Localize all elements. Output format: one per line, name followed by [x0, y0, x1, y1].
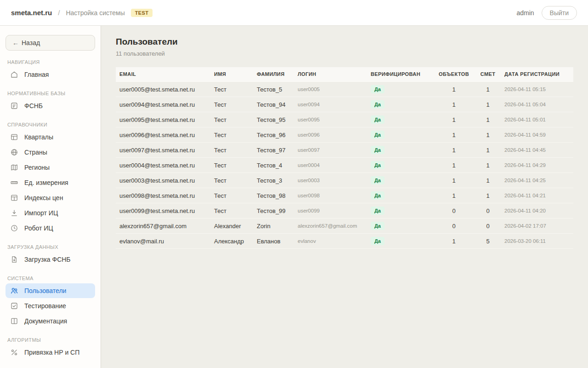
user-menu: admin Выйти	[516, 6, 577, 20]
nav-section-label: СИСТЕМА	[7, 276, 93, 281]
book-icon	[10, 317, 18, 325]
sidebar-item-label: Пользователи	[24, 287, 66, 294]
verified-badge: Да	[371, 146, 384, 154]
column-header-name: ИМЯ	[210, 67, 253, 81]
sidebar-item-ed-izmereniya[interactable]: Ед. измерения	[6, 175, 95, 190]
cell-registered: 2026-04-02 17:07	[501, 218, 573, 234]
sidebar-item-polzovateli[interactable]: Пользователи	[6, 283, 95, 298]
cell-login: user0097	[294, 143, 367, 158]
logout-button[interactable]: Выйти	[542, 6, 577, 20]
sidebar-item-glavnaya[interactable]: Главная	[6, 67, 95, 82]
sidebar-item-label: Робот ИЦ	[24, 224, 53, 232]
cell-login: alexzorin657@gmail.com	[294, 218, 367, 234]
table-row[interactable]: user0003@test.smeta.net.ruТестТестов_3us…	[116, 173, 573, 188]
back-button[interactable]: ←Назад	[6, 35, 95, 51]
column-header-estimates: СМЕТ	[475, 67, 501, 81]
table-row[interactable]: user0097@test.smeta.net.ruТестТестов_97u…	[116, 143, 573, 158]
cell-email: user0094@test.smeta.net.ru	[116, 97, 210, 112]
verified-badge: Да	[371, 207, 384, 215]
sidebar-item-label: Ед. измерения	[24, 179, 68, 186]
cell-verified: Да	[367, 127, 433, 143]
brand-link[interactable]: smeta.net.ru	[11, 9, 52, 17]
cell-objects: 1	[433, 143, 475, 158]
users-icon	[10, 287, 18, 295]
sidebar-item-robot-ic[interactable]: Робот ИЦ	[6, 221, 95, 236]
cell-login: user0005	[294, 81, 367, 97]
table-row[interactable]: user0098@test.smeta.net.ruТестТестов_98u…	[116, 188, 573, 203]
verified-badge: Да	[371, 222, 384, 230]
cell-registered: 2026-04-11 04:21	[501, 188, 573, 203]
environment-badge: TEST	[131, 9, 153, 17]
cell-estimates: 1	[475, 158, 501, 173]
table-row[interactable]: alexzorin657@gmail.comAlexanderZorinalex…	[116, 218, 573, 234]
cell-estimates: 0	[475, 203, 501, 218]
sidebar-item-label: Индексы цен	[24, 194, 63, 201]
cell-name: Тест	[210, 97, 253, 112]
cell-surname: Тестов_4	[253, 158, 294, 173]
cell-objects: 1	[433, 173, 475, 188]
verified-badge: Да	[371, 100, 384, 109]
cell-estimates: 1	[475, 188, 501, 203]
cell-login: user0003	[294, 173, 367, 188]
cell-name: Тест	[210, 173, 253, 188]
cell-surname: Тестов_5	[253, 81, 294, 97]
sidebar-item-label: Привязка НР и СП	[24, 349, 79, 356]
cell-verified: Да	[367, 112, 433, 127]
sidebar-item-regiony[interactable]: Регионы	[6, 160, 95, 175]
sidebar-item-fsnb[interactable]: ФСНБ	[6, 98, 95, 113]
percent-icon	[10, 348, 18, 356]
cell-registered: 2026-04-11 04:45	[501, 143, 573, 158]
cell-surname: Тестов_97	[253, 143, 294, 158]
sidebar-item-indeksy-cen[interactable]: Индексы цен	[6, 190, 95, 205]
sidebar-item-testirovanie[interactable]: Тестирование	[6, 299, 95, 313]
sidebar-item-label: Страны	[24, 149, 47, 156]
cell-objects: 0	[433, 218, 475, 234]
table-row[interactable]: user0095@test.smeta.net.ruТестТестов_95u…	[116, 112, 573, 127]
verified-badge: Да	[371, 115, 384, 124]
cell-registered: 2026-04-11 04:29	[501, 158, 573, 173]
nav-section-label: СПРАВОЧНИКИ	[7, 122, 93, 127]
cell-email: user0099@test.smeta.net.ru	[116, 203, 210, 218]
sidebar-item-kvartaly[interactable]: Кварталы	[6, 130, 95, 144]
cell-name: Alexander	[210, 218, 253, 234]
cell-estimates: 1	[475, 97, 501, 112]
verified-badge: Да	[371, 176, 384, 184]
cell-verified: Да	[367, 218, 433, 234]
table-row[interactable]: user0099@test.smeta.net.ruТестТестов_99u…	[116, 203, 573, 218]
cell-estimates: 5	[475, 234, 501, 249]
clock-icon	[10, 224, 18, 232]
table-row[interactable]: user0094@test.smeta.net.ruТестТестов_94u…	[116, 97, 573, 112]
sidebar-item-label: Главная	[24, 71, 49, 78]
table-row[interactable]: user0004@test.smeta.net.ruТестТестов_4us…	[116, 158, 573, 173]
sidebar-item-privyazka-nr-sp[interactable]: Привязка НР и СП	[6, 345, 95, 360]
sidebar-item-dokumentaciya[interactable]: Документация	[6, 314, 95, 328]
sidebar-item-zagruzka-fsnb[interactable]: Загрузка ФСНБ	[6, 252, 95, 267]
sidebar-item-import-ic[interactable]: Импорт ИЦ	[6, 206, 95, 220]
cell-objects: 1	[433, 112, 475, 127]
home-icon	[10, 70, 18, 79]
sidebar-item-label: Документация	[24, 317, 67, 325]
verified-badge: Да	[371, 85, 384, 93]
breadcrumb: smeta.net.ru / Настройка системы TEST	[11, 9, 153, 17]
table-row[interactable]: user0005@test.smeta.net.ruТестТестов_5us…	[116, 81, 573, 97]
table-row[interactable]: user0096@test.smeta.net.ruТестТестов_96u…	[116, 127, 573, 143]
cell-registered: 2026-04-11 04:59	[501, 127, 573, 143]
cell-registered: 2026-04-11 04:25	[501, 173, 573, 188]
breadcrumb-separator: /	[58, 9, 60, 17]
cell-registered: 2026-04-11 05:15	[501, 81, 573, 97]
sidebar-item-label: Кварталы	[24, 133, 53, 141]
column-header-verified: ВЕРИФИЦИРОВАН	[367, 67, 433, 81]
cell-objects: 1	[433, 188, 475, 203]
cell-email: user0097@test.smeta.net.ru	[116, 143, 210, 158]
cell-objects: 1	[433, 81, 475, 97]
cell-email: user0096@test.smeta.net.ru	[116, 127, 210, 143]
table-row[interactable]: evlanov@mail.ruАлександрЕвлановevlanovДа…	[116, 234, 573, 249]
cell-estimates: 1	[475, 143, 501, 158]
column-header-email: EMAIL	[116, 67, 210, 81]
cell-objects: 1	[433, 97, 475, 112]
table-header: EMAILИМЯФАМИЛИЯЛОГИНВЕРИФИЦИРОВАНОБЪЕКТО…	[116, 67, 573, 81]
cell-name: Александр	[210, 234, 253, 249]
ruler-icon	[10, 178, 18, 187]
cell-estimates: 1	[475, 112, 501, 127]
sidebar-item-strany[interactable]: Страны	[6, 145, 95, 160]
